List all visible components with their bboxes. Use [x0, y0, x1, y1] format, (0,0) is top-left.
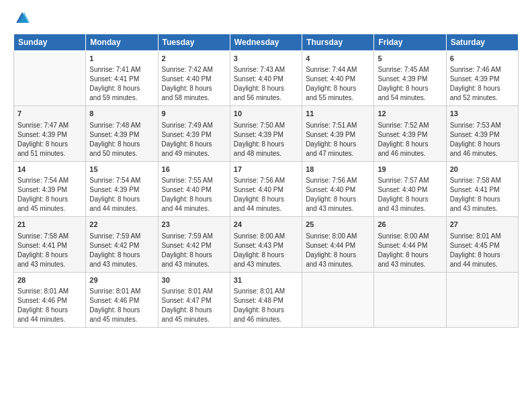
- day-info-line: Daylight: 8 hours: [306, 140, 370, 149]
- calendar-cell: 26Sunrise: 8:00 AMSunset: 4:44 PMDayligh…: [374, 217, 446, 272]
- day-info-line: Daylight: 8 hours: [89, 140, 154, 149]
- logo-icon: [15, 11, 30, 26]
- day-of-week-header: Thursday: [302, 34, 374, 51]
- day-info-line: Daylight: 8 hours: [378, 195, 442, 204]
- day-info-line: Daylight: 8 hours: [89, 306, 154, 315]
- day-info-line: Sunset: 4:39 PM: [450, 130, 515, 140]
- day-of-week-header: Tuesday: [158, 34, 230, 51]
- day-info-line: Sunset: 4:39 PM: [17, 185, 82, 195]
- day-info-line: Sunrise: 7:59 AM: [162, 232, 226, 241]
- day-info-line: and 56 minutes.: [234, 93, 298, 103]
- day-info-line: Sunset: 4:39 PM: [378, 130, 442, 140]
- calendar-body: 1Sunrise: 7:41 AMSunset: 4:41 PMDaylight…: [14, 51, 519, 328]
- day-info-line: Daylight: 8 hours: [17, 250, 82, 260]
- day-number: 30: [162, 275, 226, 285]
- day-info-line: Daylight: 8 hours: [234, 140, 298, 149]
- day-of-week-header: Saturday: [446, 34, 518, 51]
- day-info-line: Daylight: 8 hours: [162, 195, 226, 204]
- day-info-line: Sunset: 4:39 PM: [17, 130, 82, 140]
- day-of-week-header: Monday: [86, 34, 158, 51]
- calendar-cell: 3Sunrise: 7:43 AMSunset: 4:40 PMDaylight…: [230, 51, 302, 106]
- day-info-line: Daylight: 8 hours: [378, 84, 442, 93]
- day-info-line: and 43 minutes.: [89, 260, 154, 269]
- day-info-line: and 54 minutes.: [378, 93, 442, 103]
- day-info-line: Daylight: 8 hours: [450, 195, 515, 204]
- day-number: 22: [89, 220, 154, 230]
- day-number: 11: [306, 109, 370, 119]
- day-info-line: and 50 minutes.: [89, 149, 154, 158]
- calendar-cell: 12Sunrise: 7:52 AMSunset: 4:39 PMDayligh…: [374, 106, 446, 161]
- day-info-line: Daylight: 8 hours: [378, 250, 442, 260]
- day-info-line: and 49 minutes.: [162, 149, 226, 158]
- day-info-line: Sunrise: 7:42 AM: [162, 65, 226, 75]
- day-info-line: and 48 minutes.: [234, 149, 298, 158]
- day-number: 7: [17, 109, 82, 119]
- day-info-line: Sunset: 4:39 PM: [234, 130, 298, 140]
- day-info-line: Sunrise: 8:01 AM: [89, 287, 154, 296]
- day-info-line: Daylight: 8 hours: [17, 306, 82, 315]
- day-info-line: Daylight: 8 hours: [17, 195, 82, 204]
- day-of-week-header: Wednesday: [230, 34, 302, 51]
- day-info-line: Sunrise: 8:01 AM: [450, 232, 515, 241]
- calendar-table: SundayMondayTuesdayWednesdayThursdayFrid…: [13, 34, 519, 328]
- day-info-line: Daylight: 8 hours: [306, 84, 370, 93]
- day-info-line: Sunrise: 7:59 AM: [89, 232, 154, 241]
- calendar-cell: 29Sunrise: 8:01 AMSunset: 4:46 PMDayligh…: [86, 272, 158, 327]
- day-info-line: and 46 minutes.: [234, 315, 298, 324]
- day-number: 8: [89, 109, 154, 119]
- day-number: 19: [378, 165, 442, 175]
- day-info-line: and 43 minutes.: [306, 260, 370, 269]
- calendar-week-row: 1Sunrise: 7:41 AMSunset: 4:41 PMDaylight…: [14, 51, 519, 106]
- day-info-line: Daylight: 8 hours: [450, 84, 515, 93]
- day-info-line: and 51 minutes.: [17, 149, 82, 158]
- day-info-line: Sunrise: 7:56 AM: [234, 176, 298, 185]
- day-info-line: Sunset: 4:42 PM: [89, 241, 154, 250]
- day-number: 23: [162, 220, 226, 230]
- calendar-cell: 6Sunrise: 7:46 AMSunset: 4:39 PMDaylight…: [446, 51, 518, 106]
- day-info-line: Daylight: 8 hours: [162, 140, 226, 149]
- day-info-line: and 45 minutes.: [89, 315, 154, 324]
- day-info-line: Sunrise: 7:43 AM: [234, 65, 298, 75]
- page: SundayMondayTuesdayWednesdayThursdayFrid…: [0, 0, 532, 411]
- day-info-line: Daylight: 8 hours: [234, 250, 298, 260]
- day-number: 20: [450, 165, 515, 175]
- day-info-line: Sunrise: 7:50 AM: [234, 121, 298, 130]
- day-info-line: Daylight: 8 hours: [378, 140, 442, 149]
- logo: [13, 11, 30, 26]
- day-number: 17: [234, 165, 298, 175]
- day-number: 21: [17, 220, 82, 230]
- calendar-cell: [374, 272, 446, 327]
- calendar-cell: [14, 51, 86, 106]
- day-info-line: Sunset: 4:40 PM: [378, 185, 442, 195]
- day-info-line: Sunset: 4:39 PM: [378, 75, 442, 84]
- day-info-line: Sunrise: 7:52 AM: [378, 121, 442, 130]
- day-info-line: Sunrise: 7:55 AM: [162, 176, 226, 185]
- day-number: 12: [378, 109, 442, 119]
- calendar-cell: 24Sunrise: 8:00 AMSunset: 4:43 PMDayligh…: [230, 217, 302, 272]
- calendar-cell: 9Sunrise: 7:49 AMSunset: 4:39 PMDaylight…: [158, 106, 230, 161]
- calendar-cell: 18Sunrise: 7:56 AMSunset: 4:40 PMDayligh…: [302, 161, 374, 216]
- calendar-cell: 4Sunrise: 7:44 AMSunset: 4:40 PMDaylight…: [302, 51, 374, 106]
- calendar-cell: 31Sunrise: 8:01 AMSunset: 4:48 PMDayligh…: [230, 272, 302, 327]
- day-info-line: and 43 minutes.: [17, 260, 82, 269]
- calendar-cell: 22Sunrise: 7:59 AMSunset: 4:42 PMDayligh…: [86, 217, 158, 272]
- calendar-cell: 21Sunrise: 7:58 AMSunset: 4:41 PMDayligh…: [14, 217, 86, 272]
- day-info-line: Sunset: 4:39 PM: [89, 185, 154, 195]
- day-info-line: Sunset: 4:46 PM: [89, 296, 154, 306]
- day-info-line: Daylight: 8 hours: [162, 306, 226, 315]
- day-info-line: Sunset: 4:47 PM: [162, 296, 226, 306]
- day-info-line: and 43 minutes.: [378, 204, 442, 214]
- day-info-line: and 44 minutes.: [450, 260, 515, 269]
- day-number: 3: [234, 54, 298, 64]
- day-info-line: and 45 minutes.: [17, 204, 82, 214]
- calendar-cell: 17Sunrise: 7:56 AMSunset: 4:40 PMDayligh…: [230, 161, 302, 216]
- day-info-line: Sunset: 4:39 PM: [306, 130, 370, 140]
- day-info-line: Daylight: 8 hours: [162, 250, 226, 260]
- day-info-line: Sunset: 4:39 PM: [89, 130, 154, 140]
- day-info-line: and 44 minutes.: [162, 204, 226, 214]
- day-number: 5: [378, 54, 442, 64]
- day-info-line: Sunrise: 7:46 AM: [450, 65, 515, 75]
- calendar-cell: 11Sunrise: 7:51 AMSunset: 4:39 PMDayligh…: [302, 106, 374, 161]
- day-info-line: Sunrise: 7:47 AM: [17, 121, 82, 130]
- day-info-line: Sunset: 4:48 PM: [234, 296, 298, 306]
